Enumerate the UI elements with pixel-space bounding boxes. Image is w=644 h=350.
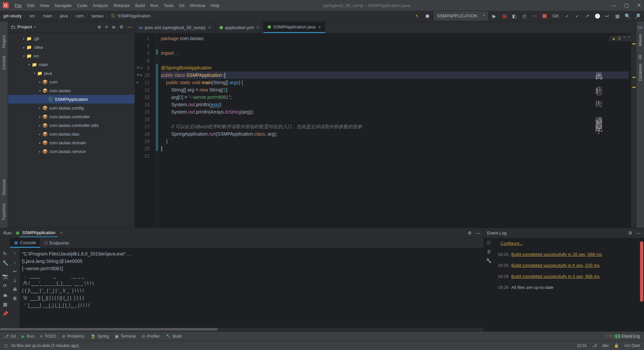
- tree-item[interactable]: ▾📁src: [8, 51, 135, 60]
- tool-run[interactable]: ▶Run: [22, 334, 34, 339]
- error-stripe[interactable]: [631, 33, 636, 228]
- event-link[interactable]: Build completed successfully in 3 sec, 9…: [511, 274, 600, 279]
- stop-icon[interactable]: [541, 13, 548, 19]
- rail-structure[interactable]: Structure: [2, 175, 6, 199]
- down-icon[interactable]: ↓: [14, 260, 16, 265]
- scroll-end-icon[interactable]: ⤓: [13, 278, 17, 283]
- tree-item[interactable]: ▸📦com.taotao.config: [8, 104, 135, 112]
- fold-bar[interactable]: [156, 33, 158, 228]
- tool-problems[interactable]: ⊘Problems: [62, 334, 84, 339]
- menu-tools[interactable]: Tools: [161, 3, 176, 8]
- tree-item[interactable]: ▾📦com.taotao: [8, 86, 135, 95]
- code-content[interactable]: package com.taotao;import ...@SpringBoot…: [158, 33, 631, 228]
- search-icon[interactable]: 🔍: [624, 13, 631, 19]
- push-icon[interactable]: ↗: [584, 13, 591, 19]
- clear-icon[interactable]: 🗑: [487, 249, 491, 254]
- exit-icon[interactable]: ⏏: [3, 292, 7, 298]
- layout-icon[interactable]: ▦: [3, 302, 7, 307]
- ide-settings-icon[interactable]: ▦: [614, 13, 621, 19]
- breadcrumb-item[interactable]: main: [43, 13, 52, 18]
- inspection-widget[interactable]: ▲ 2 ˄ ˅: [609, 35, 633, 41]
- lock-icon[interactable]: 🔒: [614, 343, 619, 348]
- database-icon[interactable]: 🗄: [638, 55, 642, 60]
- menu-git[interactable]: Git: [176, 3, 187, 8]
- soft-wrap-icon[interactable]: ↩: [13, 269, 17, 274]
- endpoints-tab[interactable]: ⬡Endpoints: [40, 238, 73, 248]
- tree-item[interactable]: ▸📁.idea: [8, 43, 135, 51]
- menu-analyze[interactable]: Analyze: [90, 3, 111, 8]
- editor-tabs[interactable]: mpom.xml (springboot_08_ssmp)×⬢applicati…: [135, 21, 636, 33]
- minimize-icon[interactable]: —: [611, 2, 616, 8]
- tool-build[interactable]: 🔨Build: [166, 334, 182, 339]
- menu-help[interactable]: Help: [208, 3, 222, 8]
- rollback-icon[interactable]: ↩: [604, 13, 611, 19]
- next-highlight-icon[interactable]: ˅: [628, 36, 630, 41]
- menu-view[interactable]: View: [37, 3, 52, 8]
- print-icon[interactable]: 🖶: [13, 287, 17, 292]
- event-link[interactable]: Build completed successfully in 8 sec, 5…: [511, 263, 600, 268]
- search-everywhere-icon[interactable]: 🔎: [634, 13, 641, 19]
- rail-project[interactable]: Project: [2, 31, 6, 52]
- breadcrumb-item[interactable]: java: [60, 13, 68, 18]
- clear-icon[interactable]: 🗑: [13, 296, 17, 301]
- gear-icon[interactable]: ⚙: [120, 24, 124, 29]
- tree-item[interactable]: ▾📁java: [8, 69, 135, 77]
- hide-tool-windows-icon[interactable]: ▢: [4, 343, 8, 348]
- hammer-icon[interactable]: ↖: [414, 13, 421, 19]
- close-tab-icon[interactable]: ×: [60, 230, 63, 235]
- eventlog-scrollbar-thumb[interactable]: [640, 241, 643, 302]
- rail-maven[interactable]: Maven: [638, 30, 643, 50]
- tree-item[interactable]: ▸📦com.taotao.service: [8, 147, 135, 156]
- pin-icon[interactable]: 📌: [2, 311, 8, 316]
- tool-terminal[interactable]: ▣Terminal: [115, 334, 136, 339]
- console-tab[interactable]: ▣Console: [10, 238, 40, 248]
- reload-icon[interactable]: ⟳: [3, 283, 7, 288]
- hide-panel-icon[interactable]: —: [636, 230, 641, 235]
- gear-icon[interactable]: ⚙: [468, 230, 472, 235]
- tool-profiler[interactable]: ◴Profiler: [142, 334, 160, 339]
- tree-item[interactable]: ▸📦com.taotao.controller: [8, 112, 135, 121]
- hide-icon[interactable]: —: [128, 24, 132, 29]
- menu-edit[interactable]: Edit: [24, 3, 37, 8]
- profile-icon[interactable]: ◴: [521, 13, 528, 19]
- tree-item[interactable]: ▸📦com: [8, 77, 135, 86]
- camera-icon[interactable]: 📷: [2, 274, 8, 279]
- rail-commit[interactable]: Commit: [2, 52, 6, 73]
- tree-item[interactable]: ▸📦com.taotao.dao: [8, 130, 135, 138]
- commit-icon[interactable]: ✓: [574, 13, 581, 19]
- configure-link[interactable]: Configure...: [500, 241, 523, 246]
- run-config-select[interactable]: SSMPAPPLICATION: [434, 12, 488, 20]
- locate-icon[interactable]: ⊕: [97, 24, 101, 29]
- history-icon[interactable]: 🕘: [594, 13, 601, 19]
- collapse-all-icon[interactable]: ≣: [112, 24, 116, 29]
- breadcrumb-root[interactable]: git-study: [3, 13, 22, 18]
- close-tab-icon[interactable]: ×: [318, 24, 321, 30]
- breadcrumb-item[interactable]: com: [75, 13, 84, 18]
- tool-todo[interactable]: ≡TODO: [40, 334, 56, 339]
- wrench-icon[interactable]: 🔧: [2, 260, 8, 266]
- settings-icon[interactable]: 🔧: [486, 258, 491, 263]
- expand-all-icon[interactable]: ≡: [105, 24, 108, 29]
- maven-icon[interactable]: m: [638, 25, 642, 30]
- tree-item[interactable]: ⒸSSMPApplication: [8, 95, 135, 104]
- event-link[interactable]: Build completed successfully in 28 sec, …: [511, 252, 602, 257]
- menu-window[interactable]: Window: [187, 3, 208, 8]
- menu-file[interactable]: File: [12, 3, 24, 8]
- rerun-icon[interactable]: ↻: [3, 251, 7, 256]
- prev-highlight-icon[interactable]: ˄: [623, 36, 625, 41]
- rail-favorites[interactable]: Favorites: [2, 199, 6, 224]
- attach-icon[interactable]: ⋯: [531, 13, 538, 19]
- run-config-tab[interactable]: SSMPApplication: [19, 229, 58, 237]
- close-tab-icon[interactable]: ×: [256, 25, 259, 30]
- menu-refactor[interactable]: Refactor: [111, 3, 133, 8]
- breadcrumb-item[interactable]: src: [29, 13, 35, 18]
- tree-item[interactable]: ▸📦com.taotao.domain: [8, 138, 135, 147]
- theme-name[interactable]: Arc Dark: [624, 343, 640, 348]
- menu-code[interactable]: Code: [74, 3, 90, 8]
- project-tree[interactable]: ▸📁.git▸📁.idea▾📁src▾📁main▾📁java▸📦com▾📦com…: [8, 33, 135, 228]
- hide-panel-icon[interactable]: —: [476, 230, 480, 235]
- coverage-icon[interactable]: ◧: [511, 13, 518, 19]
- tool-git[interactable]: ⎇Git: [4, 334, 16, 339]
- editor-tab[interactable]: ⬢SSMPApplication.java×: [263, 22, 325, 33]
- console-scrollbar-thumb[interactable]: [0, 328, 218, 331]
